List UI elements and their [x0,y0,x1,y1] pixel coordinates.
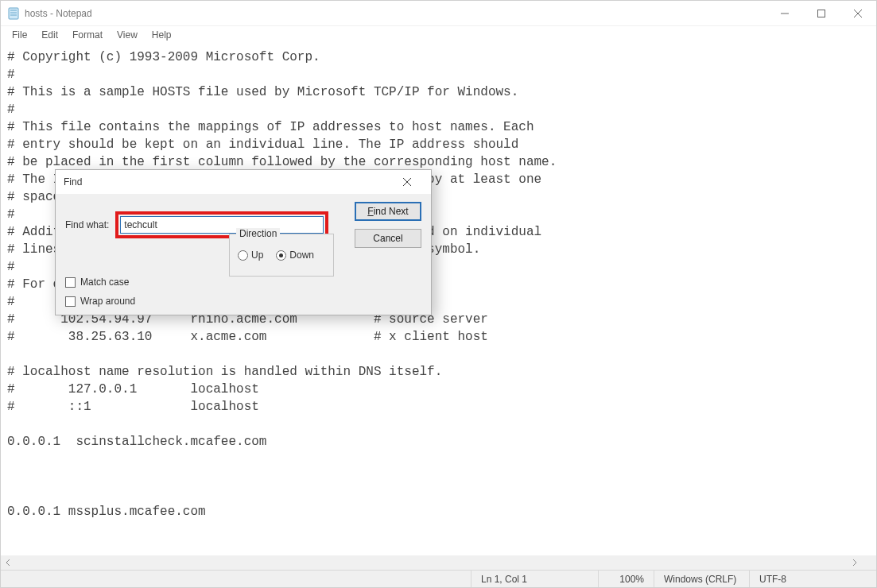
find-dialog-title: Find [64,176,82,188]
window-title: hosts - Notepad [25,8,92,19]
find-close-button[interactable] [391,171,423,193]
minimize-button[interactable] [766,1,803,25]
status-charset: UTF-8 [749,571,876,587]
find-what-label: Find what: [65,219,109,230]
menu-view[interactable]: View [111,28,144,42]
maximize-button[interactable] [803,1,840,25]
scroll-right-icon[interactable] [848,555,862,570]
notepad-icon [7,7,20,20]
statusbar: Ln 1, Col 1 100% Windows (CRLF) UTF-8 [1,570,876,587]
svg-rect-5 [818,10,825,17]
horizontal-scrollbar[interactable] [1,555,862,570]
close-button[interactable] [840,1,876,25]
menu-format[interactable]: Format [66,28,109,42]
cancel-button[interactable]: Cancel [355,229,421,248]
wrap-around-checkbox[interactable]: Wrap around [65,296,135,307]
menu-edit[interactable]: Edit [35,28,64,42]
find-next-button[interactable]: Find Next [355,202,421,221]
scroll-corner [862,555,876,570]
direction-down-radio[interactable]: Down [276,250,314,261]
status-zoom: 100% [598,571,654,587]
find-dialog: Find Find what: Find Next Cancel Directi… [55,169,432,315]
find-dialog-titlebar[interactable]: Find [56,170,431,194]
menubar: File Edit Format View Help [1,26,876,44]
titlebar: hosts - Notepad [1,1,876,26]
direction-up-radio[interactable]: Up [238,250,263,261]
svg-rect-0 [9,8,18,19]
direction-group: Direction Up Down [229,234,334,277]
status-position: Ln 1, Col 1 [471,571,598,587]
scroll-left-icon[interactable] [1,555,15,570]
window-controls [766,1,876,25]
match-case-checkbox[interactable]: Match case [65,277,135,288]
direction-legend: Direction [236,228,280,239]
find-input[interactable] [120,216,324,234]
menu-file[interactable]: File [6,28,33,42]
status-encoding: Windows (CRLF) [654,571,749,587]
scroll-track[interactable] [15,555,848,570]
menu-help[interactable]: Help [146,28,178,42]
